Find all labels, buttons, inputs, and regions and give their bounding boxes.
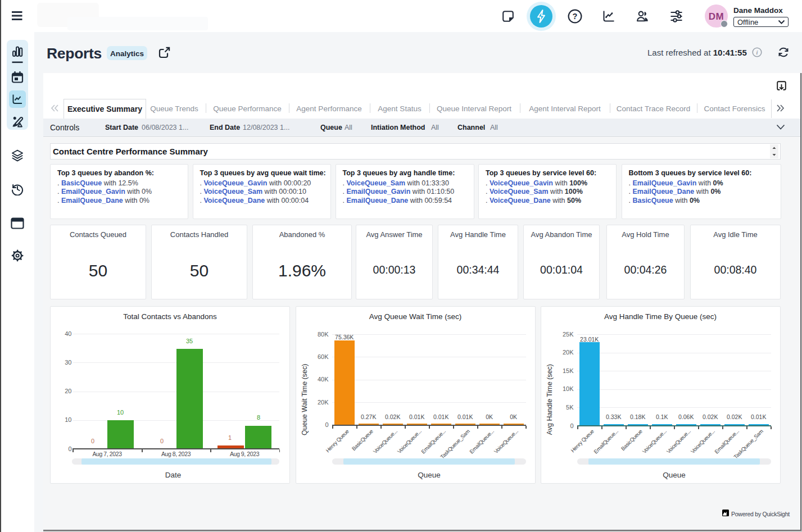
svg-text:i: i (756, 49, 758, 56)
svg-text:?: ? (573, 12, 578, 21)
